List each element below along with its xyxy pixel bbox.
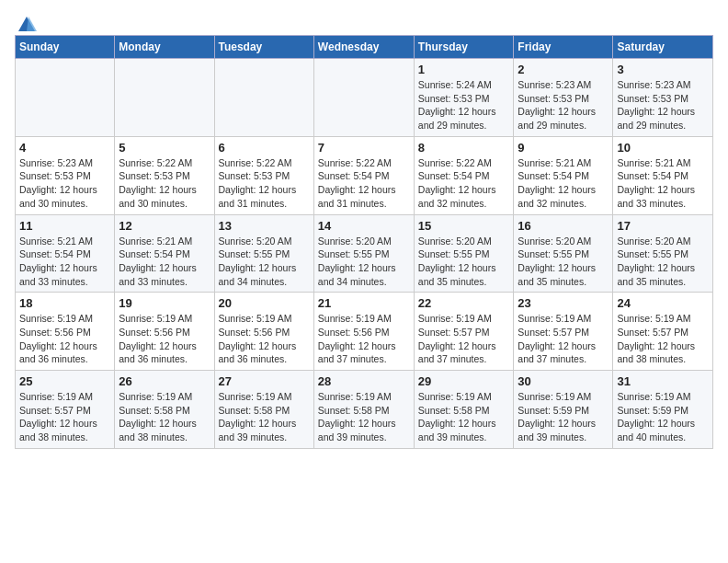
day-number: 8 xyxy=(418,141,510,155)
calendar-cell: 16Sunrise: 5:20 AMSunset: 5:55 PMDayligh… xyxy=(514,214,613,293)
header-thursday: Thursday xyxy=(414,36,514,59)
calendar-cell: 1Sunrise: 5:24 AMSunset: 5:53 PMDaylight… xyxy=(414,59,514,137)
calendar-cell: 8Sunrise: 5:22 AMSunset: 5:54 PMDaylight… xyxy=(414,136,514,214)
day-number: 29 xyxy=(418,374,510,388)
calendar-week-row: 18Sunrise: 5:19 AMSunset: 5:56 PMDayligh… xyxy=(16,293,713,371)
day-info: Sunrise: 5:19 AMSunset: 5:59 PMDaylight:… xyxy=(617,391,695,442)
day-number: 16 xyxy=(518,219,609,233)
day-number: 13 xyxy=(219,219,310,233)
svg-marker-1 xyxy=(27,17,37,31)
day-number: 26 xyxy=(119,374,210,388)
day-number: 22 xyxy=(418,296,510,310)
day-number: 19 xyxy=(119,296,210,310)
calendar-cell: 29Sunrise: 5:19 AMSunset: 5:58 PMDayligh… xyxy=(414,371,514,449)
day-info: Sunrise: 5:19 AMSunset: 5:57 PMDaylight:… xyxy=(518,313,596,364)
day-info: Sunrise: 5:24 AMSunset: 5:53 PMDaylight:… xyxy=(418,79,496,131)
day-number: 10 xyxy=(617,141,709,155)
day-info: Sunrise: 5:22 AMSunset: 5:53 PMDaylight:… xyxy=(119,157,197,209)
day-number: 27 xyxy=(219,374,310,388)
calendar-cell: 25Sunrise: 5:19 AMSunset: 5:57 PMDayligh… xyxy=(16,371,115,449)
calendar-cell xyxy=(16,59,115,137)
calendar-cell: 2Sunrise: 5:23 AMSunset: 5:53 PMDaylight… xyxy=(514,59,613,137)
logo xyxy=(15,15,37,31)
calendar-cell: 28Sunrise: 5:19 AMSunset: 5:58 PMDayligh… xyxy=(313,371,414,449)
day-number: 6 xyxy=(219,141,310,155)
day-number: 14 xyxy=(318,219,410,233)
calendar-cell: 6Sunrise: 5:22 AMSunset: 5:53 PMDaylight… xyxy=(214,136,313,214)
calendar-cell: 15Sunrise: 5:20 AMSunset: 5:55 PMDayligh… xyxy=(414,214,514,293)
day-info: Sunrise: 5:21 AMSunset: 5:54 PMDaylight:… xyxy=(19,236,97,287)
calendar-week-row: 25Sunrise: 5:19 AMSunset: 5:57 PMDayligh… xyxy=(16,371,713,449)
day-number: 1 xyxy=(418,63,510,76)
page-header xyxy=(15,15,713,31)
header-saturday: Saturday xyxy=(613,36,713,59)
day-info: Sunrise: 5:19 AMSunset: 5:56 PMDaylight:… xyxy=(219,313,297,364)
calendar-cell: 14Sunrise: 5:20 AMSunset: 5:55 PMDayligh… xyxy=(313,214,414,293)
day-info: Sunrise: 5:23 AMSunset: 5:53 PMDaylight:… xyxy=(19,157,97,209)
calendar-cell: 27Sunrise: 5:19 AMSunset: 5:58 PMDayligh… xyxy=(214,371,313,449)
calendar-cell: 19Sunrise: 5:19 AMSunset: 5:56 PMDayligh… xyxy=(115,293,214,371)
day-number: 30 xyxy=(518,374,609,388)
calendar-cell: 18Sunrise: 5:19 AMSunset: 5:56 PMDayligh… xyxy=(16,293,115,371)
day-info: Sunrise: 5:22 AMSunset: 5:54 PMDaylight:… xyxy=(318,157,396,209)
day-info: Sunrise: 5:19 AMSunset: 5:57 PMDaylight:… xyxy=(418,313,496,364)
day-number: 24 xyxy=(617,296,709,310)
day-info: Sunrise: 5:19 AMSunset: 5:58 PMDaylight:… xyxy=(119,391,197,442)
header-sunday: Sunday xyxy=(16,36,115,59)
day-info: Sunrise: 5:19 AMSunset: 5:58 PMDaylight:… xyxy=(318,391,396,442)
header-wednesday: Wednesday xyxy=(313,36,414,59)
day-info: Sunrise: 5:23 AMSunset: 5:53 PMDaylight:… xyxy=(617,79,695,131)
calendar-cell xyxy=(115,59,214,137)
day-info: Sunrise: 5:21 AMSunset: 5:54 PMDaylight:… xyxy=(518,157,596,209)
day-number: 5 xyxy=(119,141,210,155)
calendar-cell: 22Sunrise: 5:19 AMSunset: 5:57 PMDayligh… xyxy=(414,293,514,371)
calendar-cell: 12Sunrise: 5:21 AMSunset: 5:54 PMDayligh… xyxy=(115,214,214,293)
day-info: Sunrise: 5:20 AMSunset: 5:55 PMDaylight:… xyxy=(617,236,695,287)
day-info: Sunrise: 5:20 AMSunset: 5:55 PMDaylight:… xyxy=(219,236,297,287)
day-info: Sunrise: 5:19 AMSunset: 5:59 PMDaylight:… xyxy=(518,391,596,442)
day-number: 23 xyxy=(518,296,609,310)
day-info: Sunrise: 5:19 AMSunset: 5:56 PMDaylight:… xyxy=(19,313,97,364)
logo-icon xyxy=(17,15,37,35)
day-number: 25 xyxy=(19,374,110,388)
day-info: Sunrise: 5:23 AMSunset: 5:53 PMDaylight:… xyxy=(518,79,596,131)
calendar-cell: 21Sunrise: 5:19 AMSunset: 5:56 PMDayligh… xyxy=(313,293,414,371)
calendar-cell: 31Sunrise: 5:19 AMSunset: 5:59 PMDayligh… xyxy=(613,371,713,449)
day-number: 21 xyxy=(318,296,410,310)
calendar-header-row: SundayMondayTuesdayWednesdayThursdayFrid… xyxy=(16,36,713,59)
day-info: Sunrise: 5:20 AMSunset: 5:55 PMDaylight:… xyxy=(418,236,496,287)
day-number: 15 xyxy=(418,219,510,233)
day-info: Sunrise: 5:20 AMSunset: 5:55 PMDaylight:… xyxy=(518,236,596,287)
calendar-cell xyxy=(313,59,414,137)
calendar-cell: 26Sunrise: 5:19 AMSunset: 5:58 PMDayligh… xyxy=(115,371,214,449)
calendar-cell: 3Sunrise: 5:23 AMSunset: 5:53 PMDaylight… xyxy=(613,59,713,137)
calendar-cell: 13Sunrise: 5:20 AMSunset: 5:55 PMDayligh… xyxy=(214,214,313,293)
day-number: 31 xyxy=(617,374,709,388)
day-number: 18 xyxy=(19,296,110,310)
calendar-table: SundayMondayTuesdayWednesdayThursdayFrid… xyxy=(15,35,713,449)
calendar-cell: 7Sunrise: 5:22 AMSunset: 5:54 PMDaylight… xyxy=(313,136,414,214)
day-info: Sunrise: 5:19 AMSunset: 5:56 PMDaylight:… xyxy=(119,313,197,364)
day-info: Sunrise: 5:19 AMSunset: 5:57 PMDaylight:… xyxy=(617,313,695,364)
day-info: Sunrise: 5:20 AMSunset: 5:55 PMDaylight:… xyxy=(318,236,396,287)
day-info: Sunrise: 5:19 AMSunset: 5:58 PMDaylight:… xyxy=(418,391,496,442)
calendar-cell: 23Sunrise: 5:19 AMSunset: 5:57 PMDayligh… xyxy=(514,293,613,371)
calendar-week-row: 1Sunrise: 5:24 AMSunset: 5:53 PMDaylight… xyxy=(16,59,713,137)
day-number: 20 xyxy=(219,296,310,310)
calendar-cell: 10Sunrise: 5:21 AMSunset: 5:54 PMDayligh… xyxy=(613,136,713,214)
day-number: 11 xyxy=(19,219,110,233)
day-info: Sunrise: 5:22 AMSunset: 5:53 PMDaylight:… xyxy=(219,157,297,209)
day-number: 3 xyxy=(617,63,709,76)
calendar-cell xyxy=(214,59,313,137)
day-number: 28 xyxy=(318,374,410,388)
header-monday: Monday xyxy=(115,36,214,59)
day-number: 12 xyxy=(119,219,210,233)
day-info: Sunrise: 5:19 AMSunset: 5:58 PMDaylight:… xyxy=(219,391,297,442)
calendar-cell: 11Sunrise: 5:21 AMSunset: 5:54 PMDayligh… xyxy=(16,214,115,293)
calendar-cell: 20Sunrise: 5:19 AMSunset: 5:56 PMDayligh… xyxy=(214,293,313,371)
day-number: 4 xyxy=(19,141,110,155)
calendar-cell: 24Sunrise: 5:19 AMSunset: 5:57 PMDayligh… xyxy=(613,293,713,371)
day-info: Sunrise: 5:19 AMSunset: 5:56 PMDaylight:… xyxy=(318,313,396,364)
calendar-cell: 17Sunrise: 5:20 AMSunset: 5:55 PMDayligh… xyxy=(613,214,713,293)
calendar-cell: 4Sunrise: 5:23 AMSunset: 5:53 PMDaylight… xyxy=(16,136,115,214)
